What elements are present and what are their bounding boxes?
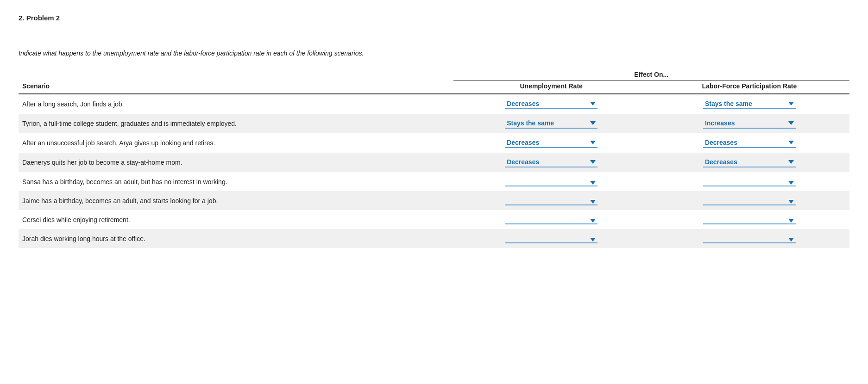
unemployment-dropdown-label: Decreases [507, 158, 586, 166]
effect-on-header: Effect On... [453, 71, 849, 81]
table-row: Jorah dies working long hours at the off… [19, 229, 849, 248]
labor-force-dropdown-cell: Stays the same [649, 94, 849, 114]
unemployment-dropdown-cell: Decreases [453, 133, 649, 153]
scenario-column-label: Scenario [19, 81, 453, 94]
labor-force-dropdown[interactable]: Decreases [703, 138, 796, 148]
labor-force-dropdown[interactable] [703, 218, 796, 224]
labor-force-dropdown-cell: Increases [649, 114, 849, 133]
labor-force-dropdown-cell [649, 191, 849, 210]
instruction-text: Indicate what happens to the unemploymen… [19, 50, 849, 57]
labor-force-dropdown-label: Stays the same [705, 100, 785, 107]
table-row: Cersei dies while enjoying retirement. [19, 210, 849, 229]
unemployment-dropdown[interactable] [505, 237, 598, 243]
labor-force-dropdown-cell [649, 229, 849, 248]
table-row: After an unsuccessful job search, Arya g… [19, 133, 849, 153]
unemployment-dropdown-label: Decreases [507, 139, 586, 146]
labor-force-dropdown[interactable] [703, 199, 796, 205]
labor-force-dropdown[interactable]: Stays the same [703, 99, 796, 109]
unemployment-dropdown[interactable] [505, 180, 598, 186]
labor-force-dropdown-arrow-icon [788, 121, 794, 125]
scenario-cell: Jaime has a birthday, becomes an adult, … [19, 191, 453, 210]
labor-force-dropdown-cell: Decreases [649, 153, 849, 172]
labor-force-column-label: Labor-Force Participation Rate [649, 81, 849, 94]
unemployment-dropdown-arrow-icon [590, 219, 596, 223]
scenario-cell: After a long search, Jon finds a job. [19, 94, 453, 114]
labor-force-dropdown-cell [649, 210, 849, 229]
scenario-cell: After an unsuccessful job search, Arya g… [19, 133, 453, 153]
scenario-cell: Jorah dies working long hours at the off… [19, 229, 453, 248]
unemployment-dropdown[interactable] [505, 218, 598, 224]
unemployment-dropdown-arrow-icon [590, 141, 596, 144]
unemployment-dropdown-arrow-icon [590, 121, 596, 125]
labor-force-dropdown-cell: Decreases [649, 133, 849, 153]
table-row: Daenerys quits her job to become a stay-… [19, 153, 849, 172]
unemployment-dropdown[interactable]: Stays the same [505, 118, 598, 129]
labor-force-dropdown-label: Decreases [705, 158, 785, 166]
labor-force-dropdown-arrow-icon [788, 141, 794, 144]
scenario-cell: Sansa has a birthday, becomes an adult, … [19, 172, 453, 191]
labor-force-dropdown[interactable]: Decreases [703, 157, 796, 167]
labor-force-dropdown-cell [649, 172, 849, 191]
unemployment-dropdown-cell [453, 229, 649, 248]
unemployment-column-label: Unemployment Rate [453, 81, 649, 94]
problem-title: 2. Problem 2 [19, 14, 849, 22]
unemployment-dropdown-arrow-icon [590, 200, 596, 204]
table-row: Sansa has a birthday, becomes an adult, … [19, 172, 849, 191]
table-row: After a long search, Jon finds a job.Dec… [19, 94, 849, 114]
column-header-row: Scenario Unemployment Rate Labor-Force P… [19, 81, 849, 94]
unemployment-dropdown[interactable] [505, 199, 598, 205]
unemployment-dropdown-arrow-icon [590, 238, 596, 242]
unemployment-dropdown-cell: Decreases [453, 153, 649, 172]
scenario-cell: Tyrion, a full-time college student, gra… [19, 114, 453, 133]
scenario-cell: Cersei dies while enjoying retirement. [19, 210, 453, 229]
labor-force-dropdown-arrow-icon [788, 160, 794, 164]
labor-force-dropdown[interactable] [703, 237, 796, 243]
labor-force-dropdown-arrow-icon [788, 238, 794, 242]
unemployment-dropdown-label: Stays the same [507, 119, 586, 127]
unemployment-dropdown[interactable]: Decreases [505, 99, 598, 109]
scenario-col-header-empty [19, 71, 453, 81]
labor-force-dropdown-label: Increases [705, 119, 785, 127]
labor-force-dropdown-arrow-icon [788, 102, 794, 105]
unemployment-dropdown[interactable]: Decreases [505, 157, 598, 167]
labor-force-dropdown-label: Decreases [705, 139, 785, 146]
unemployment-dropdown-cell: Stays the same [453, 114, 649, 133]
table-row: Jaime has a birthday, becomes an adult, … [19, 191, 849, 210]
unemployment-dropdown[interactable]: Decreases [505, 138, 598, 148]
scenario-cell: Daenerys quits her job to become a stay-… [19, 153, 453, 172]
labor-force-dropdown-arrow-icon [788, 219, 794, 223]
labor-force-dropdown-arrow-icon [788, 200, 794, 204]
labor-force-dropdown[interactable]: Increases [703, 118, 796, 129]
effect-header-row: Effect On... [19, 71, 849, 81]
unemployment-dropdown-arrow-icon [590, 102, 596, 105]
unemployment-dropdown-arrow-icon [590, 181, 596, 185]
unemployment-dropdown-cell [453, 191, 649, 210]
unemployment-dropdown-cell: Decreases [453, 94, 649, 114]
scenarios-table: Effect On... Scenario Unemployment Rate … [19, 71, 849, 248]
table-row: Tyrion, a full-time college student, gra… [19, 114, 849, 133]
unemployment-dropdown-label: Decreases [507, 100, 586, 107]
unemployment-dropdown-cell [453, 210, 649, 229]
unemployment-dropdown-cell [453, 172, 649, 191]
unemployment-dropdown-arrow-icon [590, 160, 596, 164]
labor-force-dropdown[interactable] [703, 180, 796, 186]
labor-force-dropdown-arrow-icon [788, 181, 794, 185]
